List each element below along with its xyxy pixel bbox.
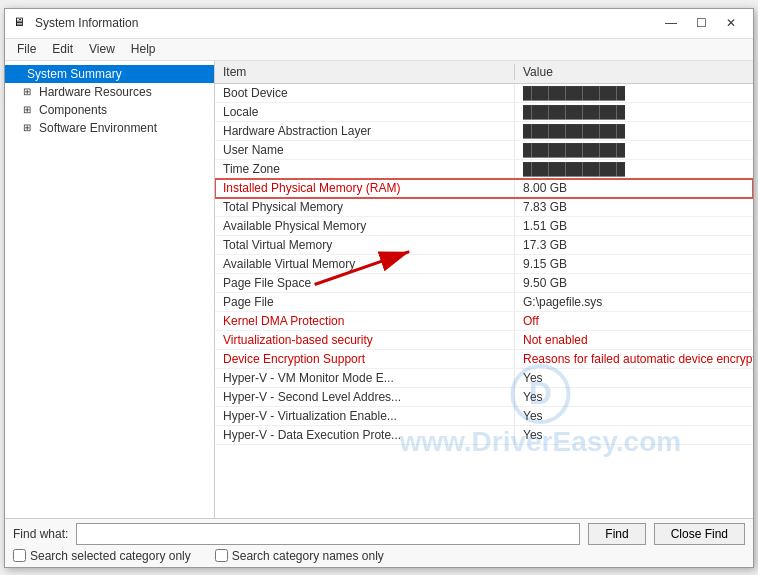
table-row: Available Physical Memory1.51 GB — [215, 217, 753, 236]
cell-value: Reasons for failed automatic device encr… — [515, 350, 753, 368]
cell-item: Boot Device — [215, 84, 515, 102]
cell-value: 7.83 GB — [515, 198, 753, 216]
right-panel: Item Value Boot Device████████████Locale… — [215, 61, 753, 518]
expander-components: ⊞ — [23, 104, 37, 115]
cell-item: Kernel DMA Protection — [215, 312, 515, 330]
table-row: Hardware Abstraction Layer████████████ — [215, 122, 753, 141]
table-row: Device Encryption SupportReasons for fai… — [215, 350, 753, 369]
cell-item: Page File Space — [215, 274, 515, 292]
bottom-bar: Find what: Find Close Find Search select… — [5, 518, 753, 567]
window-title: System Information — [35, 16, 138, 30]
menu-edit[interactable]: Edit — [44, 40, 81, 58]
cell-value: ████████████ — [515, 122, 753, 140]
cell-value: 9.15 GB — [515, 255, 753, 273]
cell-value: G:\pagefile.sys — [515, 293, 753, 311]
tree-item-components[interactable]: ⊞ Components — [5, 101, 214, 119]
close-find-button[interactable]: Close Find — [654, 523, 745, 545]
close-button[interactable]: ✕ — [717, 12, 745, 34]
table-row: Time Zone████████████ — [215, 160, 753, 179]
cell-item: Hyper-V - Virtualization Enable... — [215, 407, 515, 425]
checkbox-selected-category-label[interactable]: Search selected category only — [13, 549, 191, 563]
cell-item: Hyper-V - Data Execution Prote... — [215, 426, 515, 444]
table-body: Boot Device████████████Locale███████████… — [215, 84, 753, 518]
tree-item-hardware-resources[interactable]: ⊞ Hardware Resources — [5, 83, 214, 101]
find-button[interactable]: Find — [588, 523, 645, 545]
cell-value: ████████████ — [515, 103, 753, 121]
menu-file[interactable]: File — [9, 40, 44, 58]
table-row: Page FileG:\pagefile.sys — [215, 293, 753, 312]
header-value: Value — [515, 64, 753, 80]
cell-value: Yes — [515, 407, 753, 425]
expander-software-environment: ⊞ — [23, 122, 37, 133]
minimize-button[interactable]: — — [657, 12, 685, 34]
menu-view[interactable]: View — [81, 40, 123, 58]
title-bar-buttons: — ☐ ✕ — [657, 12, 745, 34]
cell-value: Not enabled — [515, 331, 753, 349]
cell-value: 9.50 GB — [515, 274, 753, 292]
cell-value: 8.00 GB — [515, 179, 753, 197]
cell-value: 17.3 GB — [515, 236, 753, 254]
menu-bar: File Edit View Help — [5, 39, 753, 61]
table-row: Virtualization-based securityNot enabled — [215, 331, 753, 350]
table-row: Available Virtual Memory9.15 GB — [215, 255, 753, 274]
checkbox-category-names[interactable] — [215, 549, 228, 562]
cell-item: Virtualization-based security — [215, 331, 515, 349]
cell-item: Hyper-V - Second Level Addres... — [215, 388, 515, 406]
table-row: Hyper-V - Second Level Addres...Yes — [215, 388, 753, 407]
table-row: Hyper-V - Data Execution Prote...Yes — [215, 426, 753, 445]
cell-item: Time Zone — [215, 160, 515, 178]
table-row: User Name████████████ — [215, 141, 753, 160]
cell-value: ████████████ — [515, 84, 753, 102]
cell-item: Hyper-V - VM Monitor Mode E... — [215, 369, 515, 387]
table-header: Item Value — [215, 61, 753, 84]
expander-hardware-resources: ⊞ — [23, 86, 37, 97]
table-row: Boot Device████████████ — [215, 84, 753, 103]
table-row: Hyper-V - Virtualization Enable...Yes — [215, 407, 753, 426]
tree-item-system-summary[interactable]: System Summary — [5, 65, 214, 83]
title-bar-left: 🖥 System Information — [13, 15, 138, 31]
right-panel-wrapper: Item Value Boot Device████████████Locale… — [215, 61, 753, 518]
cell-item: Page File — [215, 293, 515, 311]
cell-item: Device Encryption Support — [215, 350, 515, 368]
main-window: 🖥 System Information — ☐ ✕ File Edit Vie… — [4, 8, 754, 568]
maximize-button[interactable]: ☐ — [687, 12, 715, 34]
tree-label-system-summary: System Summary — [27, 67, 122, 81]
checkbox-category-names-label[interactable]: Search category names only — [215, 549, 384, 563]
cell-item: Installed Physical Memory (RAM) — [215, 179, 515, 197]
cell-value: ████████████ — [515, 160, 753, 178]
table-row: Locale████████████ — [215, 103, 753, 122]
cell-value: ████████████ — [515, 141, 753, 159]
cell-item: Available Virtual Memory — [215, 255, 515, 273]
cell-value: Yes — [515, 426, 753, 444]
find-input[interactable] — [76, 523, 580, 545]
header-item: Item — [215, 64, 515, 80]
table-row: Installed Physical Memory (RAM)8.00 GB — [215, 179, 753, 198]
table-row: Total Virtual Memory17.3 GB — [215, 236, 753, 255]
tree-item-software-environment[interactable]: ⊞ Software Environment — [5, 119, 214, 137]
cell-item: Total Virtual Memory — [215, 236, 515, 254]
tree-label-components: Components — [39, 103, 107, 117]
left-panel: System Summary ⊞ Hardware Resources ⊞ Co… — [5, 61, 215, 518]
cell-item: Total Physical Memory — [215, 198, 515, 216]
checkbox-category-names-text: Search category names only — [232, 549, 384, 563]
table-row: Hyper-V - VM Monitor Mode E...Yes — [215, 369, 753, 388]
cell-item: Hardware Abstraction Layer — [215, 122, 515, 140]
checkbox-selected-category[interactable] — [13, 549, 26, 562]
main-content: System Summary ⊞ Hardware Resources ⊞ Co… — [5, 61, 753, 518]
tree-label-hardware-resources: Hardware Resources — [39, 85, 152, 99]
title-bar: 🖥 System Information — ☐ ✕ — [5, 9, 753, 39]
cell-item: Available Physical Memory — [215, 217, 515, 235]
cell-value: Yes — [515, 369, 753, 387]
tree-label-software-environment: Software Environment — [39, 121, 157, 135]
table-row: Page File Space9.50 GB — [215, 274, 753, 293]
find-label: Find what: — [13, 527, 68, 541]
menu-help[interactable]: Help — [123, 40, 164, 58]
cell-item: Locale — [215, 103, 515, 121]
table-row: Total Physical Memory7.83 GB — [215, 198, 753, 217]
cell-item: User Name — [215, 141, 515, 159]
cell-value: 1.51 GB — [515, 217, 753, 235]
checkbox-row: Search selected category only Search cat… — [13, 549, 745, 563]
cell-value: Yes — [515, 388, 753, 406]
app-icon: 🖥 — [13, 15, 29, 31]
checkbox-selected-category-text: Search selected category only — [30, 549, 191, 563]
